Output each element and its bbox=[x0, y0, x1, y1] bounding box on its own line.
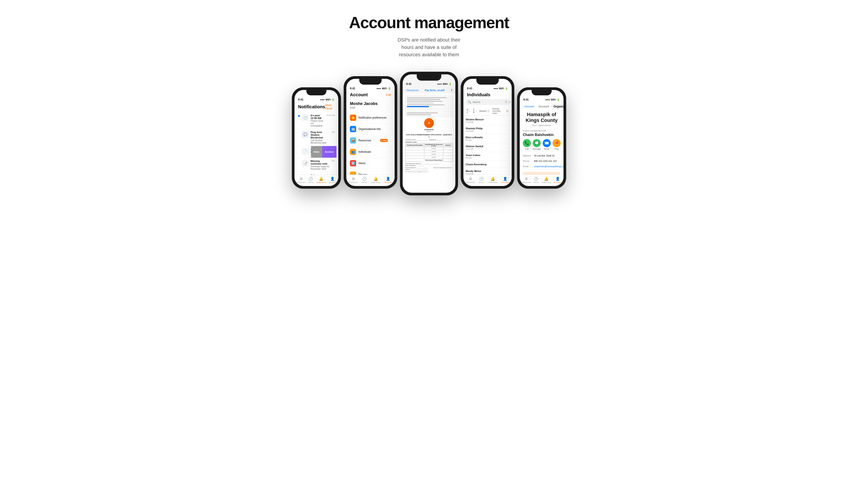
phone-notch-2 bbox=[359, 79, 382, 85]
indiv-chava-rosenberg[interactable]: Chava Rosenberg › bbox=[466, 161, 509, 168]
phone-individuals: 9:41 ●●● WiFi 🔋 Individuals 🔍 🎙 ⊙ A-Z ↓ … bbox=[461, 76, 514, 189]
org-name-doc: HAMASPIK bbox=[424, 129, 434, 131]
nav-history-4[interactable]: 🕐 History bbox=[479, 177, 484, 183]
phone-notch-5 bbox=[531, 90, 552, 95]
message-icon: 💬 bbox=[533, 139, 541, 147]
ping-icon: 🏓 bbox=[553, 139, 561, 147]
nav-notifications-1[interactable]: 🔔 Notifications bbox=[316, 177, 326, 183]
accounts-icon-4: 👤 bbox=[503, 177, 507, 181]
nav-history-1[interactable]: 🕐 History bbox=[308, 177, 314, 183]
indiv-dina-lefkowitz[interactable]: Dina Lefkowitz PieVoc › bbox=[466, 134, 509, 143]
nav-notifications-4[interactable]: 🔔 Notifications bbox=[488, 177, 498, 183]
notif-icon-3: 📄 bbox=[302, 148, 309, 155]
notifications-icon-4: 🔔 bbox=[491, 177, 495, 181]
nav-history-2[interactable]: 🕐 History bbox=[362, 177, 367, 183]
nav-dashboard-5[interactable]: ⊞ Dashboard bbox=[522, 177, 531, 183]
action-email[interactable]: ✉️ Email bbox=[543, 139, 551, 150]
sort-za[interactable]: Z-A ↑ bbox=[472, 107, 478, 115]
bottom-nav-2: ⊞ Dashboard 🕐 History 🔔 Notifications 👤 … bbox=[346, 175, 395, 186]
menu-notification-prefs[interactable]: ⭐ Notification preferences › bbox=[348, 112, 393, 124]
nav-history-5[interactable]: 🕐 History bbox=[533, 177, 539, 183]
action-message[interactable]: 💬 Message bbox=[533, 139, 541, 150]
nav-accounts-4[interactable]: 👤 Accounts bbox=[502, 177, 509, 183]
org-subtitle-doc: דיאסין bbox=[427, 131, 431, 132]
bottom-nav-5: ⊞ Dashboard 🕐 History 🔔 Notifications 👤 … bbox=[520, 175, 563, 186]
doc-back-button[interactable]: ‹ Resources bbox=[405, 89, 418, 92]
nav-accounts-2[interactable]: 👤 Accounts bbox=[384, 177, 392, 183]
bottom-nav-1: ⊞ Dashboard 🕐 History 🔔 Notifications 👤 … bbox=[295, 175, 338, 186]
account-user: Moshe Jacobs DSP bbox=[346, 100, 395, 112]
menu-org-info[interactable]: 🏢 Organisational info › bbox=[348, 124, 393, 135]
form-title: OTPS GOALS REIMBURSEMENT APPLICATION – Q… bbox=[405, 134, 453, 138]
phone-document: 9:41 ●●● WiFi 🔋 ‹ Resources Pay Sche...a… bbox=[400, 72, 458, 195]
org-nav-bar: ‹ Account Account Organization bbox=[520, 102, 563, 110]
doc-content: H HAMASPIK דיאסין OTPS GOALS REIMBURSEME… bbox=[403, 93, 455, 175]
address-row: Address 44 Lee Ave, Desk 41 bbox=[523, 153, 560, 159]
page-title: Account management bbox=[349, 13, 509, 32]
org-main-content: Hamaspik of Kings County Your organizati… bbox=[520, 110, 563, 181]
org-back-button[interactable]: ‹ Account bbox=[523, 105, 534, 108]
indiv-shimon-daskal[interactable]: Shimon Daskal ComHab › bbox=[466, 143, 509, 152]
notif-item-2[interactable]: 💬 Ping from Shulem Mordechai Call Shulem… bbox=[296, 129, 336, 146]
email-icon: ✉️ bbox=[543, 139, 551, 147]
phones-container: 9:41 ●●● WiFi 🔋 Notifications Mark Read … bbox=[273, 72, 585, 189]
phone-notifications: 9:41 ●●● WiFi 🔋 Notifications Mark Read … bbox=[292, 87, 341, 189]
mute-button[interactable]: Mute bbox=[311, 146, 322, 158]
indiv-shaindy-philip[interactable]: Shaindy Philip ComHab › bbox=[466, 125, 509, 134]
accounts-icon-5: 👤 bbox=[555, 177, 560, 181]
action-call[interactable]: 📞 Call bbox=[523, 139, 531, 150]
dashboard-icon: ⊞ bbox=[300, 177, 303, 181]
notif-item-3[interactable]: 📄 s have been uploaded out before Jan 12… bbox=[296, 146, 336, 158]
nav-accounts-1[interactable]: 👤 Accounts bbox=[329, 177, 336, 183]
doc-nav-bar: ‹ Resources Pay Sche...ar.pdf ⬆ bbox=[403, 87, 455, 93]
menu-resources[interactable]: 📦 Resources 2 new › bbox=[348, 135, 393, 146]
search-icon: 🔍 bbox=[468, 100, 471, 103]
phone-notch-1 bbox=[306, 90, 327, 95]
nav-notifications-5[interactable]: 🔔 Notifications bbox=[542, 177, 552, 183]
nav-dashboard-4[interactable]: ⊞ Dashboard bbox=[466, 177, 475, 183]
tab-organization[interactable]: Organization bbox=[551, 104, 563, 109]
tab-account[interactable]: Account bbox=[536, 104, 551, 109]
notif-item-1[interactable]: 🕐 It's past 12:00 AM Please clock out im… bbox=[296, 112, 336, 129]
doc-share-button[interactable]: ⬆ bbox=[451, 89, 453, 92]
menu-individuals[interactable]: 👥 Individuals › bbox=[348, 146, 393, 158]
sort-missing[interactable]: Missing summary notes 📋 bbox=[491, 107, 510, 115]
history-icon: 🕐 bbox=[308, 177, 313, 181]
menu-about[interactable]: ℹ️ About › bbox=[348, 158, 393, 169]
nav-notifications-2[interactable]: 🔔 Notifications bbox=[371, 177, 381, 183]
sort-az[interactable]: A-Z ↓ bbox=[465, 107, 472, 115]
notifications-header: Notifications Mark Read bbox=[295, 102, 338, 112]
account-header: Account Edit bbox=[346, 91, 395, 100]
phone-row: Phone 845-121-1331 Ext. 212 bbox=[523, 159, 560, 164]
phone-notch-4 bbox=[476, 79, 499, 85]
nav-dashboard-1[interactable]: ⊞ Dashboard bbox=[297, 177, 305, 183]
notif-icon-4: 📝 bbox=[302, 160, 309, 167]
search-bar-indiv: 🔍 🎙 ⊙ bbox=[466, 99, 509, 105]
dashboard-icon-4: ⊞ bbox=[469, 177, 472, 181]
coordinator-actions: 📞 Call 💬 Message ✉️ Email 🏓 Ping bbox=[523, 139, 560, 150]
dashboard-icon-5: ⊞ bbox=[525, 177, 528, 181]
sort-recent[interactable]: Recent 🕐 bbox=[478, 107, 491, 115]
mic-icon[interactable]: 🎙 bbox=[505, 100, 507, 103]
notifications-icon: 🔔 bbox=[319, 177, 323, 181]
indiv-shulem-mencer[interactable]: Shulem Mencer ComHab › bbox=[466, 116, 509, 125]
unread-dot bbox=[298, 115, 300, 117]
history-icon-2: 🕐 bbox=[362, 177, 367, 181]
history-icon-4: 🕐 bbox=[479, 177, 484, 181]
page-subtitle: DSPs are notified about their hours and … bbox=[396, 36, 462, 58]
dashboard-icon-2: ⊞ bbox=[352, 177, 355, 181]
search-input-indiv[interactable] bbox=[473, 101, 504, 103]
history-icon-5: 🕐 bbox=[534, 177, 538, 181]
notif-item-4[interactable]: 📝 Missing summary note Summary notes for… bbox=[296, 158, 336, 172]
notif-icon-2: 💬 bbox=[302, 131, 309, 138]
nav-accounts-5[interactable]: 👤 Accounts bbox=[554, 177, 561, 183]
nav-dashboard-2[interactable]: ⊞ Dashboard bbox=[349, 177, 358, 183]
sort-bar: A-Z ↓ Z-A ↑ Recent 🕐 Missing summary not… bbox=[465, 107, 510, 115]
notifications-icon-2: 🔔 bbox=[374, 177, 378, 181]
filter-icon[interactable]: ⊙ bbox=[509, 100, 511, 103]
archive-button[interactable]: Archive bbox=[322, 146, 336, 158]
bottom-nav-4: ⊞ Dashboard 🕐 History 🔔 Notifications 👤 … bbox=[463, 175, 512, 186]
action-ping[interactable]: 🏓 Ping bbox=[553, 139, 561, 150]
accounts-icon: 👤 bbox=[330, 177, 335, 181]
indiv-yossi-cohen[interactable]: Yossi Cohen PieVoc › bbox=[466, 152, 509, 161]
